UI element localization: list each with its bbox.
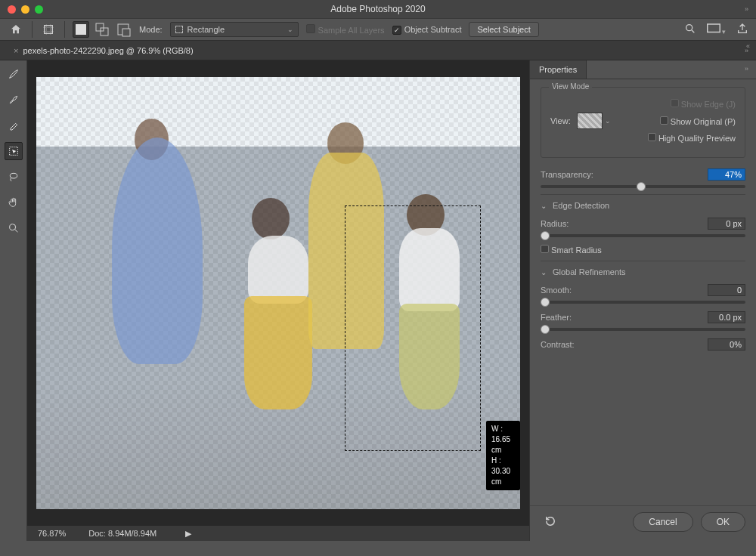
frame-tool-icon[interactable] (40, 21, 57, 38)
title-bar: Adobe Photoshop 2020 » (0, 0, 756, 18)
zoom-tool-icon[interactable] (5, 219, 23, 237)
panel-button-bar: Cancel OK (530, 505, 756, 541)
svg-rect-5 (122, 29, 130, 36)
panel-menu-icon[interactable]: » (737, 60, 756, 79)
smart-radius-option[interactable]: Smart Radius (541, 245, 602, 255)
view-label: View: (550, 116, 571, 125)
feather-slider[interactable] (541, 328, 745, 331)
properties-tab[interactable]: Properties (530, 60, 587, 79)
divider (64, 21, 65, 38)
smooth-slider[interactable] (541, 301, 745, 304)
object-selection-tool-icon[interactable] (5, 142, 23, 160)
transparency-slider[interactable] (541, 185, 745, 188)
svg-rect-0 (45, 26, 53, 34)
image-content (252, 198, 290, 239)
add-selection-icon[interactable] (94, 21, 110, 38)
ok-button[interactable]: OK (701, 512, 745, 532)
smooth-label: Smooth: (541, 286, 572, 295)
mode-label: Mode: (139, 25, 163, 34)
rectangle-icon (175, 26, 183, 33)
search-icon[interactable] (684, 23, 696, 36)
global-refinements-header[interactable]: ⌄Global Refinements (541, 267, 745, 276)
tab-overflow-icon[interactable]: » (745, 47, 748, 54)
sample-all-layers-option: Sample All Layers (306, 24, 385, 35)
document-image: W : 16.65 cm H : 30.30 cm (36, 77, 520, 509)
refine-brush-tool-icon[interactable] (5, 91, 23, 109)
selection-width: W : 16.65 cm (491, 424, 515, 456)
share-icon[interactable] (736, 23, 748, 36)
subtract-selection-icon[interactable] (115, 21, 132, 38)
home-icon[interactable] (8, 21, 24, 38)
reset-icon[interactable] (541, 514, 557, 530)
close-tab-icon[interactable]: × (14, 46, 18, 55)
status-menu-icon[interactable]: ▶ (185, 529, 191, 539)
image-content (112, 137, 203, 364)
view-mode-group: View Mode Show Edge (J) View: ⌄ Show Ori… (541, 87, 745, 158)
hand-tool-icon[interactable] (5, 193, 23, 212)
tool-strip (0, 60, 27, 541)
mode-value: Rectangle (187, 25, 225, 34)
hq-preview-option[interactable]: High Quality Preview (648, 133, 736, 143)
selection-height: H : 30.30 cm (491, 456, 515, 487)
selection-marquee[interactable] (345, 205, 481, 451)
radius-value[interactable]: 0 px (708, 218, 745, 230)
new-selection-icon[interactable] (73, 21, 89, 38)
transparency-label: Transparency: (541, 170, 593, 179)
panel-tabs: Properties » (530, 60, 756, 79)
view-thumbnail (577, 113, 603, 129)
contrast-value[interactable]: 0% (708, 338, 745, 351)
app-title: Adobe Photoshop 2020 (0, 4, 756, 14)
main-area: W : 16.65 cm H : 30.30 cm 76.87% Doc: 8.… (0, 60, 756, 541)
canvas-area: W : 16.65 cm H : 30.30 cm 76.87% Doc: 8.… (27, 60, 529, 541)
screen-mode-icon[interactable]: ▾ (707, 23, 726, 36)
canvas[interactable]: W : 16.65 cm H : 30.30 cm (30, 63, 526, 523)
select-subject-button[interactable]: Select Subject (469, 22, 538, 37)
transparency-value[interactable]: 47% (708, 168, 745, 181)
radius-slider[interactable] (541, 234, 745, 237)
document-tab[interactable]: × pexels-photo-2422290.jpeg @ 76.9% (RGB… (6, 41, 201, 60)
view-mode-legend: View Mode (549, 82, 592, 91)
zoom-level[interactable]: 76.87% (38, 529, 66, 538)
document-tab-title: pexels-photo-2422290.jpeg @ 76.9% (RGB/8… (23, 46, 193, 55)
smooth-value[interactable]: 0 (708, 284, 745, 296)
titlebar-menu-icon[interactable]: » (745, 5, 748, 13)
edge-detection-header[interactable]: ⌄Edge Detection (541, 201, 745, 210)
feather-label: Feather: (541, 313, 572, 322)
object-subtract-option[interactable]: ✓Object Subtract (392, 25, 462, 35)
mode-dropdown[interactable]: Rectangle ⌄ (170, 22, 299, 37)
radius-label: Radius: (541, 219, 569, 228)
view-thumbnail-dropdown[interactable]: ⌄ (577, 113, 611, 129)
svg-rect-2 (96, 23, 104, 31)
selection-mode-icons (73, 21, 132, 38)
document-tab-bar: × pexels-photo-2422290.jpeg @ 76.9% (RGB… (0, 41, 756, 60)
svg-point-10 (9, 224, 15, 230)
paint-tool-icon[interactable] (5, 116, 23, 134)
show-edge-option: Show Edge (J) (671, 99, 736, 109)
svg-rect-1 (76, 24, 86, 35)
doc-size: Doc: 8.94M/8.94M (88, 529, 156, 538)
option-bar: Mode: Rectangle ⌄ Sample All Layers ✓Obj… (0, 18, 756, 41)
svg-rect-3 (101, 28, 108, 36)
svg-point-6 (686, 25, 692, 31)
chevron-down-icon: ⌄ (287, 26, 293, 33)
divider (32, 21, 33, 38)
selection-size-tooltip: W : 16.65 cm H : 30.30 cm (486, 421, 520, 490)
brush-tool-icon[interactable] (5, 65, 23, 83)
lasso-tool-icon[interactable] (5, 168, 23, 186)
feather-value[interactable]: 0.0 px (708, 311, 745, 323)
properties-panel: Properties » View Mode Show Edge (J) Vie… (529, 60, 756, 541)
svg-point-9 (10, 173, 17, 178)
status-bar: 76.87% Doc: 8.94M/8.94M ▶ (27, 526, 529, 541)
cancel-button[interactable]: Cancel (633, 512, 692, 532)
contrast-label: Contrast: (541, 340, 575, 349)
show-original-option[interactable]: Show Original (P) (660, 116, 736, 126)
svg-rect-7 (708, 24, 720, 32)
